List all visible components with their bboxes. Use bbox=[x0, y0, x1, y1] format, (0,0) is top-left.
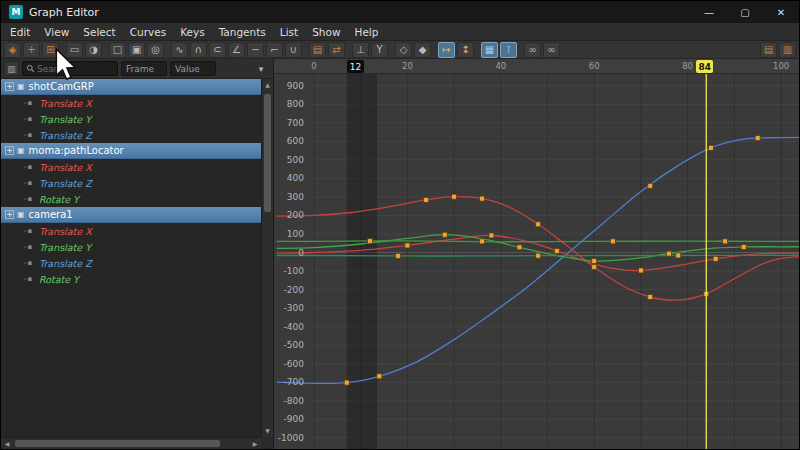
tree-attr-translate-y[interactable]: –▪Translate Y bbox=[1, 111, 261, 127]
tree-attr-translate-x[interactable]: –▪Translate X bbox=[1, 95, 261, 111]
search-input[interactable] bbox=[37, 64, 114, 74]
keyframe-marker[interactable] bbox=[676, 253, 681, 258]
frame-marker-chip[interactable]: 12 bbox=[347, 60, 364, 73]
post-infinity-cycle-icon[interactable]: ∞ bbox=[543, 42, 560, 58]
menu-select[interactable]: Select bbox=[76, 23, 122, 40]
linear-tangent-icon[interactable]: ∠ bbox=[228, 42, 245, 58]
tree-node-moma-pathlocator[interactable]: +▣moma:pathLocator bbox=[1, 143, 261, 159]
search-field[interactable] bbox=[22, 61, 118, 76]
template-channel-icon[interactable]: ▦ bbox=[481, 42, 498, 58]
keyframe-marker[interactable] bbox=[442, 232, 447, 237]
keyframe-marker[interactable] bbox=[377, 374, 382, 379]
keyframe-marker[interactable] bbox=[536, 222, 541, 227]
flat-tangent-icon[interactable]: − bbox=[247, 42, 264, 58]
keyframe-marker[interactable] bbox=[592, 259, 597, 264]
keyframe-marker[interactable] bbox=[592, 264, 597, 269]
menu-edit[interactable]: Edit bbox=[3, 23, 37, 40]
keyframe-marker[interactable] bbox=[708, 145, 713, 150]
buffer-curve-snapshot-icon[interactable]: ▤ bbox=[309, 42, 326, 58]
keyframe-marker[interactable] bbox=[368, 239, 373, 244]
scroll-up-arrow[interactable]: ▲ bbox=[262, 79, 273, 91]
keyframe-marker[interactable] bbox=[741, 244, 746, 249]
keyframe-marker[interactable] bbox=[424, 197, 429, 202]
unify-tangents-icon[interactable]: Y bbox=[371, 42, 388, 58]
free-tangent-weight-icon[interactable]: ◇ bbox=[395, 42, 412, 58]
lock-tangent-weight-icon[interactable]: ◆ bbox=[414, 42, 431, 58]
vscroll-thumb[interactable] bbox=[264, 94, 271, 212]
tree-attr-rotate-y[interactable]: –▪Rotate Y bbox=[1, 191, 261, 207]
outliner-vscrollbar[interactable]: ▲ ▼ bbox=[261, 79, 273, 437]
keyframe-marker[interactable] bbox=[666, 251, 671, 256]
keyframe-marker[interactable] bbox=[722, 239, 727, 244]
menu-tangents[interactable]: Tangents bbox=[212, 23, 273, 40]
value-snap-icon[interactable]: ↕ bbox=[457, 42, 474, 58]
auto-tangent-icon[interactable]: ∿ bbox=[171, 42, 188, 58]
spline-tangent-icon[interactable]: ∩ bbox=[190, 42, 207, 58]
keyframe-marker[interactable] bbox=[755, 135, 760, 140]
scroll-down-arrow[interactable]: ▼ bbox=[262, 425, 273, 437]
expand-icon[interactable]: + bbox=[5, 146, 14, 155]
menu-help[interactable]: Help bbox=[347, 23, 385, 40]
scroll-left-arrow[interactable]: ◀ bbox=[1, 438, 13, 450]
keyframe-marker[interactable] bbox=[638, 268, 643, 273]
close-button[interactable]: ✕ bbox=[763, 1, 799, 23]
retime-keys-icon[interactable]: ◑ bbox=[85, 42, 102, 58]
menu-view[interactable]: View bbox=[37, 23, 76, 40]
swap-buffer-curve-icon[interactable]: ⇄ bbox=[328, 42, 345, 58]
break-tangents-icon[interactable]: ⊥ bbox=[352, 42, 369, 58]
keyframe-marker[interactable] bbox=[554, 249, 559, 254]
normalized-view-icon[interactable]: ▥ bbox=[779, 42, 796, 58]
expand-icon[interactable]: + bbox=[5, 82, 14, 91]
animation-curve-green-b[interactable] bbox=[277, 241, 799, 242]
graph-panel[interactable]: 0204060801001284 90080070060050040030020… bbox=[273, 59, 799, 449]
tree-attr-translate-x[interactable]: –▪Translate X bbox=[1, 223, 261, 239]
center-current-time-icon[interactable]: ◎ bbox=[147, 42, 164, 58]
keyframe-marker[interactable] bbox=[489, 233, 494, 238]
outliner-hscrollbar[interactable]: ◀ ▶ bbox=[1, 437, 261, 449]
keyframe-marker[interactable] bbox=[610, 239, 615, 244]
expand-icon[interactable]: + bbox=[5, 210, 14, 219]
pre-infinity-cycle-icon[interactable]: ∞ bbox=[524, 42, 541, 58]
stacked-view-icon[interactable]: ▤ bbox=[760, 42, 777, 58]
scroll-right-arrow[interactable]: ▶ bbox=[249, 438, 261, 450]
hscroll-thumb[interactable] bbox=[15, 440, 220, 447]
keyframe-marker[interactable] bbox=[344, 380, 349, 385]
maximize-button[interactable]: ▢ bbox=[727, 1, 763, 23]
filter-dropdown-button[interactable]: ▾ bbox=[252, 64, 270, 74]
keyframe-marker[interactable] bbox=[396, 253, 401, 258]
tree-attr-rotate-y[interactable]: –▪Rotate Y bbox=[1, 271, 261, 287]
menu-list[interactable]: List bbox=[273, 23, 305, 40]
step-tangent-icon[interactable]: ⌐ bbox=[266, 42, 283, 58]
keyframe-marker[interactable] bbox=[452, 194, 457, 199]
clamped-tangent-icon[interactable]: ⊂ bbox=[209, 42, 226, 58]
tree-attr-translate-z[interactable]: –▪Translate Z bbox=[1, 255, 261, 271]
tree-attr-translate-x[interactable]: –▪Translate X bbox=[1, 159, 261, 175]
insert-keys-icon[interactable]: + bbox=[23, 42, 40, 58]
keyframe-marker[interactable] bbox=[713, 256, 718, 261]
time-ruler[interactable]: 0204060801001284 bbox=[274, 59, 799, 74]
channel-filter-button[interactable]: ▥ bbox=[4, 61, 19, 76]
lattice-deform-keys-icon[interactable]: ⊞ bbox=[42, 42, 59, 58]
region-keys-icon[interactable]: ▭ bbox=[66, 42, 83, 58]
frame-all-icon[interactable]: □ bbox=[109, 42, 126, 58]
frame-stat-field[interactable]: Frame bbox=[121, 61, 167, 76]
frame-playback-range-icon[interactable]: ▣ bbox=[128, 42, 145, 58]
pin-channel-icon[interactable]: ⊺ bbox=[500, 42, 517, 58]
menu-curves[interactable]: Curves bbox=[123, 23, 173, 40]
tree-attr-translate-y[interactable]: –▪Translate Y bbox=[1, 239, 261, 255]
current-frame-chip[interactable]: 84 bbox=[696, 60, 713, 73]
keyframe-marker[interactable] bbox=[517, 245, 522, 250]
move-nearest-picked-key-icon[interactable]: ◈ bbox=[4, 42, 21, 58]
keyframe-marker[interactable] bbox=[536, 253, 541, 258]
keyframe-marker[interactable] bbox=[648, 183, 653, 188]
tree-attr-translate-z[interactable]: –▪Translate Z bbox=[1, 175, 261, 191]
keyframe-marker[interactable] bbox=[648, 294, 653, 299]
menu-show[interactable]: Show bbox=[305, 23, 347, 40]
value-stat-field[interactable]: Value bbox=[170, 61, 216, 76]
hscroll-track[interactable] bbox=[13, 438, 249, 449]
keyframe-marker[interactable] bbox=[405, 243, 410, 248]
tree-node-shotcamgrp[interactable]: +▣shotCamGRP bbox=[1, 79, 261, 95]
menu-keys[interactable]: Keys bbox=[173, 23, 212, 40]
keyframe-marker[interactable] bbox=[480, 196, 485, 201]
curve-canvas[interactable] bbox=[274, 74, 799, 449]
